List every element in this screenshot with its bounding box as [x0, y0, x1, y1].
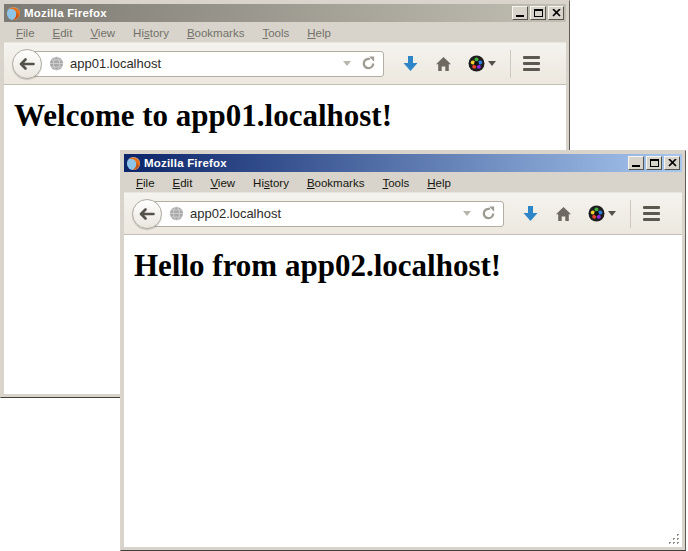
navigation-toolbar: app01.localhost — [4, 42, 566, 85]
url-dropdown-icon[interactable] — [463, 211, 471, 216]
download-icon — [522, 205, 539, 222]
page-heading: Welcome to app01.localhost! — [14, 98, 566, 134]
back-arrow-icon — [19, 58, 35, 70]
close-button[interactable] — [548, 6, 564, 20]
back-button[interactable] — [12, 49, 42, 79]
url-bar[interactable]: app01.localhost — [26, 51, 384, 77]
color-wheel-icon — [588, 205, 605, 222]
back-arrow-icon — [139, 208, 155, 220]
addon-caret-icon — [608, 211, 616, 216]
minimize-button[interactable] — [512, 6, 528, 20]
home-icon — [435, 56, 452, 72]
firefox-logo-icon — [6, 6, 21, 21]
menu-help[interactable]: Help — [298, 25, 340, 41]
maximize-icon — [534, 9, 543, 17]
page-content: Hello from app02.localhost! — [124, 235, 682, 547]
menu-file[interactable]: File — [7, 25, 44, 41]
menu-file[interactable]: File — [127, 175, 164, 191]
site-globe-icon[interactable] — [169, 206, 184, 221]
menu-button[interactable] — [523, 56, 540, 71]
download-icon — [402, 55, 419, 72]
color-wheel-icon — [468, 55, 485, 72]
menu-tools[interactable]: Tools — [373, 175, 418, 191]
menu-bar: File Edit View History Bookmarks Tools H… — [124, 172, 682, 192]
close-icon — [668, 159, 677, 167]
toolbar-separator — [630, 200, 631, 228]
addon-button[interactable] — [468, 55, 496, 72]
addon-caret-icon — [488, 61, 496, 66]
menu-edit[interactable]: Edit — [164, 175, 202, 191]
window-title: Mozilla Firefox — [144, 157, 625, 169]
downloads-button[interactable] — [402, 55, 419, 72]
url-dropdown-icon[interactable] — [343, 61, 351, 66]
menu-bookmarks[interactable]: Bookmarks — [298, 175, 374, 191]
home-button[interactable] — [555, 206, 572, 222]
firefox-logo-icon — [126, 156, 141, 171]
menu-edit[interactable]: Edit — [44, 25, 82, 41]
addon-button[interactable] — [588, 205, 616, 222]
minimize-icon — [632, 165, 640, 167]
navigation-toolbar: app02.localhost — [124, 192, 682, 235]
titlebar[interactable]: Mozilla Firefox — [124, 154, 682, 172]
site-globe-icon[interactable] — [49, 56, 64, 71]
resize-grip-icon[interactable] — [667, 532, 681, 546]
menu-view[interactable]: View — [81, 25, 124, 41]
close-icon — [552, 9, 561, 17]
home-button[interactable] — [435, 56, 452, 72]
maximize-button[interactable] — [530, 6, 546, 20]
menu-bar: File Edit View History Bookmarks Tools H… — [4, 22, 566, 42]
menu-history[interactable]: History — [244, 175, 298, 191]
page-heading: Hello from app02.localhost! — [134, 248, 682, 284]
url-input[interactable]: app02.localhost — [190, 206, 457, 221]
reload-icon[interactable] — [481, 206, 496, 221]
menu-view[interactable]: View — [201, 175, 244, 191]
minimize-icon — [516, 15, 524, 17]
menu-history[interactable]: History — [124, 25, 178, 41]
minimize-button[interactable] — [628, 156, 644, 170]
url-input[interactable]: app01.localhost — [70, 56, 337, 71]
desktop: { "colors": { "active_title_start": "#0b… — [0, 0, 688, 551]
window-title: Mozilla Firefox — [24, 7, 509, 19]
toolbar-separator — [510, 50, 511, 78]
maximize-button[interactable] — [646, 156, 662, 170]
browser-window-app02[interactable]: Mozilla Firefox File Edit View History B… — [120, 150, 686, 551]
downloads-button[interactable] — [522, 205, 539, 222]
menu-tools[interactable]: Tools — [253, 25, 298, 41]
menu-button[interactable] — [643, 206, 660, 221]
titlebar[interactable]: Mozilla Firefox — [4, 4, 566, 22]
reload-icon[interactable] — [361, 56, 376, 71]
home-icon — [555, 206, 572, 222]
maximize-icon — [650, 159, 659, 167]
url-bar[interactable]: app02.localhost — [146, 201, 504, 227]
back-button[interactable] — [132, 199, 162, 229]
close-button[interactable] — [664, 156, 680, 170]
menu-bookmarks[interactable]: Bookmarks — [178, 25, 254, 41]
menu-help[interactable]: Help — [418, 175, 460, 191]
